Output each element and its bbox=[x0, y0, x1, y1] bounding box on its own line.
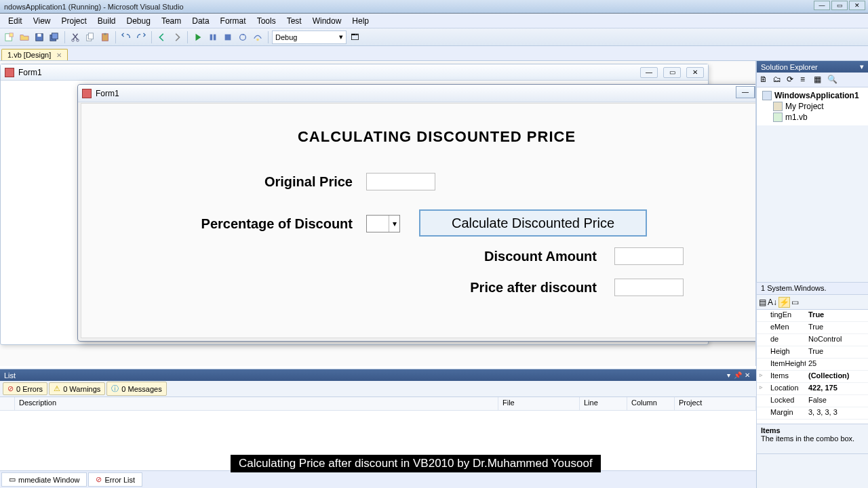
prop-row[interactable]: ItemHeight25 bbox=[757, 359, 868, 371]
calculate-button[interactable]: Calculate Discounted Price bbox=[419, 209, 647, 237]
nav-back-icon[interactable] bbox=[155, 30, 169, 44]
combo-arrow-icon[interactable]: ▾ bbox=[389, 216, 399, 232]
prop-pages-icon[interactable]: ▭ bbox=[791, 298, 799, 307]
window-close-button[interactable]: ✕ bbox=[849, 1, 865, 10]
open-icon[interactable] bbox=[18, 30, 31, 44]
menu-tools[interactable]: Tools bbox=[252, 15, 281, 27]
tab-close-icon[interactable]: ✕ bbox=[56, 52, 62, 59]
prop-row[interactable]: deNoControl bbox=[757, 334, 868, 346]
menu-project[interactable]: Project bbox=[56, 15, 92, 27]
stop-debug-icon[interactable] bbox=[221, 30, 235, 44]
col-column[interactable]: Column bbox=[627, 397, 675, 410]
tree-my-project[interactable]: My Project bbox=[760, 101, 865, 112]
properties-icon[interactable]: 🗎 bbox=[759, 74, 771, 86]
cut-icon[interactable] bbox=[68, 30, 82, 44]
preview-maximize-button[interactable]: ▭ bbox=[663, 67, 681, 78]
prop-value[interactable]: True bbox=[806, 322, 868, 333]
config-dropdown[interactable]: Debug▾ bbox=[272, 30, 347, 44]
prop-value[interactable]: 422, 175 bbox=[806, 383, 868, 394]
toolbox-icon[interactable]: 🗔 bbox=[348, 30, 361, 44]
col-file[interactable]: File bbox=[498, 397, 580, 410]
properties-grid[interactable]: tingEnTrueeMenTruedeNoControlHeighTrueIt… bbox=[757, 310, 868, 420]
warnings-filter[interactable]: ⚠ 0 Warnings bbox=[49, 382, 105, 395]
menu-help[interactable]: Help bbox=[347, 15, 374, 27]
view-class-icon[interactable]: 🔍 bbox=[827, 74, 839, 86]
prop-row[interactable]: LockedFalse bbox=[757, 395, 868, 407]
tree-form-file[interactable]: m1.vb bbox=[760, 112, 865, 123]
designer-tab[interactable]: 1.vb [Design] ✕ bbox=[1, 49, 68, 60]
panel-pin-icon[interactable]: 📌 bbox=[733, 371, 743, 379]
events-icon[interactable]: ⚡ bbox=[778, 297, 790, 308]
properties-object-selector[interactable]: 1 System.Windows. bbox=[757, 283, 868, 295]
restart-icon[interactable] bbox=[236, 30, 250, 44]
new-project-icon[interactable] bbox=[3, 30, 16, 44]
menu-window[interactable]: Window bbox=[307, 15, 347, 27]
window-minimize-button[interactable]: — bbox=[814, 1, 830, 10]
prop-name: ▹Items bbox=[757, 371, 806, 382]
error-icon: ⊘ bbox=[96, 475, 102, 484]
start-debug-icon[interactable] bbox=[191, 30, 205, 44]
immediate-window-tab[interactable]: ▭ mmediate Window bbox=[1, 472, 87, 487]
step-over-icon[interactable] bbox=[251, 30, 264, 44]
refresh-icon[interactable]: ⟳ bbox=[786, 74, 798, 86]
original-price-input[interactable] bbox=[366, 173, 435, 190]
error-list-tab[interactable]: ⊘ Error List bbox=[88, 472, 142, 487]
prop-value[interactable]: (Collection) bbox=[806, 371, 868, 382]
window-maximize-button[interactable]: ▭ bbox=[831, 1, 848, 10]
solution-root[interactable]: WindowsApplication1 bbox=[760, 90, 865, 101]
prop-desc-text: The items in the combo box. bbox=[761, 434, 864, 443]
prop-value[interactable]: True bbox=[806, 346, 868, 358]
prop-row[interactable]: tingEnTrue bbox=[757, 310, 868, 322]
save-all-icon[interactable] bbox=[47, 30, 61, 44]
prop-value[interactable]: 25 bbox=[806, 359, 868, 370]
preview-close-button[interactable]: ✕ bbox=[686, 67, 704, 78]
prop-value[interactable]: NoControl bbox=[806, 334, 868, 346]
col-project[interactable]: Project bbox=[675, 397, 756, 410]
prop-row[interactable]: ▹Items(Collection) bbox=[757, 371, 868, 383]
redo-icon[interactable] bbox=[134, 30, 148, 44]
undo-icon[interactable] bbox=[119, 30, 133, 44]
menu-build[interactable]: Build bbox=[92, 15, 121, 27]
col-icon[interactable] bbox=[0, 397, 15, 410]
errors-filter[interactable]: ⊘ 0 Errors bbox=[3, 382, 47, 395]
menu-debug[interactable]: Debug bbox=[121, 15, 156, 27]
tab-label: 1.vb [Design] bbox=[7, 51, 51, 59]
nav-fwd-icon[interactable] bbox=[170, 30, 184, 44]
view-designer-icon[interactable]: ▦ bbox=[813, 74, 825, 86]
svg-rect-1 bbox=[9, 33, 13, 36]
save-icon[interactable] bbox=[33, 30, 46, 44]
menu-format[interactable]: Format bbox=[215, 15, 252, 27]
categorized-icon[interactable]: ▤ bbox=[759, 298, 766, 307]
solution-explorer-header[interactable]: Solution Explorer ▾ bbox=[757, 61, 868, 73]
prop-value[interactable]: False bbox=[806, 395, 868, 407]
break-all-icon[interactable] bbox=[206, 30, 220, 44]
menu-team[interactable]: Team bbox=[156, 15, 186, 27]
alphabetical-icon[interactable]: A↓ bbox=[768, 298, 777, 307]
copy-icon[interactable] bbox=[83, 30, 97, 44]
view-code-icon[interactable]: ≡ bbox=[800, 74, 812, 86]
running-form-titlebar[interactable]: Form1 — ▭ ✕ bbox=[78, 85, 756, 102]
menu-data[interactable]: Data bbox=[186, 15, 214, 27]
form-minimize-button[interactable]: — bbox=[736, 86, 755, 98]
col-line[interactable]: Line bbox=[580, 397, 627, 410]
prop-row[interactable]: Margin3, 3, 3, 3 bbox=[757, 407, 868, 420]
prop-row[interactable]: eMenTrue bbox=[757, 322, 868, 334]
solution-tree[interactable]: WindowsApplication1 My Project m1.vb bbox=[757, 87, 868, 125]
prop-value[interactable]: True bbox=[806, 310, 868, 321]
menu-test[interactable]: Test bbox=[281, 15, 307, 27]
prop-value[interactable]: 3, 3, 3, 3 bbox=[806, 407, 868, 419]
error-list-header[interactable]: List ▾ 📌 ✕ bbox=[0, 369, 756, 381]
messages-filter[interactable]: ⓘ 0 Messages bbox=[106, 382, 166, 396]
prop-row[interactable]: ▹Location422, 175 bbox=[757, 383, 868, 395]
menu-edit[interactable]: Edit bbox=[3, 15, 28, 27]
paste-icon[interactable] bbox=[98, 30, 112, 44]
col-description[interactable]: Description bbox=[15, 397, 498, 410]
menu-view[interactable]: View bbox=[28, 15, 56, 27]
panel-dropdown-icon[interactable]: ▾ bbox=[724, 371, 733, 379]
show-all-icon[interactable]: 🗂 bbox=[772, 74, 785, 86]
prop-name: eMen bbox=[757, 322, 806, 333]
preview-minimize-button[interactable]: — bbox=[640, 67, 658, 78]
panel-close-icon[interactable]: ✕ bbox=[743, 371, 752, 379]
prop-row[interactable]: HeighTrue bbox=[757, 346, 868, 359]
percent-discount-combo[interactable]: ▾ bbox=[366, 215, 400, 232]
